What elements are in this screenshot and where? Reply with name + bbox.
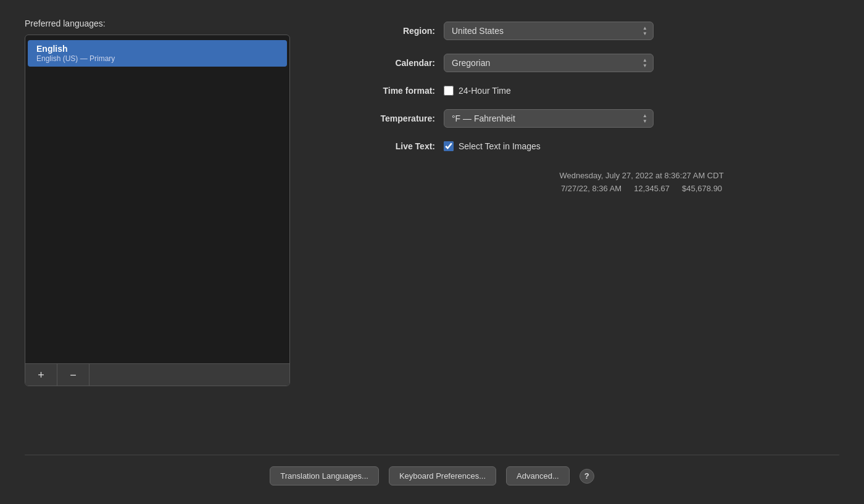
- language-list-container: English English (US) — Primary + −: [25, 35, 290, 386]
- live-text-checkbox-row: Select Text in Images: [444, 141, 541, 151]
- language-name: English: [36, 44, 278, 54]
- live-text-row: Live Text: Select Text in Images: [327, 141, 839, 151]
- date-preview-line2: 7/27/22, 8:36 AM 12,345.67 $45,678.90: [444, 184, 839, 193]
- calendar-select[interactable]: Gregorian Buddhist Hebrew Islamic Japane…: [444, 54, 654, 72]
- calendar-select-wrapper: Gregorian Buddhist Hebrew Islamic Japane…: [444, 54, 654, 72]
- list-item[interactable]: English English (US) — Primary: [28, 40, 287, 67]
- list-controls-spacer: [89, 364, 289, 386]
- live-text-label: Live Text:: [327, 141, 435, 151]
- left-panel: Preferred languages: English English (US…: [25, 19, 290, 386]
- date-preview-number: 12,345.67: [634, 184, 670, 193]
- region-select[interactable]: United States Canada United Kingdom Aust…: [444, 22, 654, 40]
- temperature-row: Temperature: °F — Fahrenheit °C — Celsiu…: [327, 109, 839, 128]
- list-controls: + −: [25, 363, 289, 386]
- time-format-checkbox-row: 24-Hour Time: [444, 86, 511, 96]
- time-format-label: Time format:: [327, 86, 435, 96]
- temperature-label: Temperature:: [327, 114, 435, 123]
- live-text-checkbox-label: Select Text in Images: [459, 141, 541, 151]
- content-area: Preferred languages: English English (US…: [25, 19, 839, 448]
- time-format-checkbox-label: 24-Hour Time: [459, 86, 511, 96]
- calendar-row: Calendar: Gregorian Buddhist Hebrew Isla…: [327, 54, 839, 72]
- preferred-languages-label: Preferred languages:: [25, 19, 290, 28]
- language-list: English English (US) — Primary: [25, 35, 289, 363]
- calendar-label: Calendar:: [327, 58, 435, 68]
- region-label: Region:: [327, 26, 435, 36]
- bottom-bar: Translation Languages... Keyboard Prefer…: [25, 455, 839, 492]
- temperature-select[interactable]: °F — Fahrenheit °C — Celsius: [444, 109, 654, 128]
- add-language-button[interactable]: +: [25, 364, 57, 386]
- date-preview-section: Wednesday, July 27, 2022 at 8:36:27 AM C…: [327, 171, 839, 193]
- keyboard-preferences-button[interactable]: Keyboard Preferences...: [389, 466, 496, 485]
- help-button[interactable]: ?: [579, 469, 594, 484]
- translation-languages-button[interactable]: Translation Languages...: [270, 466, 379, 485]
- time-format-checkbox[interactable]: [444, 86, 454, 96]
- date-preview-short: 7/27/22, 8:36 AM: [561, 184, 621, 193]
- advanced-button[interactable]: Advanced...: [506, 466, 570, 485]
- remove-language-button[interactable]: −: [57, 364, 89, 386]
- region-select-wrapper: United States Canada United Kingdom Aust…: [444, 22, 654, 40]
- language-subtitle: English (US) — Primary: [36, 54, 278, 63]
- date-preview-currency: $45,678.90: [682, 184, 722, 193]
- live-text-checkbox[interactable]: [444, 141, 454, 151]
- date-preview-line1: Wednesday, July 27, 2022 at 8:36:27 AM C…: [444, 171, 839, 180]
- temperature-select-wrapper: °F — Fahrenheit °C — Celsius ▲ ▼: [444, 109, 654, 128]
- right-panel: Region: United States Canada United King…: [327, 19, 839, 193]
- main-container: Preferred languages: English English (US…: [0, 0, 864, 504]
- time-format-row: Time format: 24-Hour Time: [327, 86, 839, 96]
- region-row: Region: United States Canada United King…: [327, 22, 839, 40]
